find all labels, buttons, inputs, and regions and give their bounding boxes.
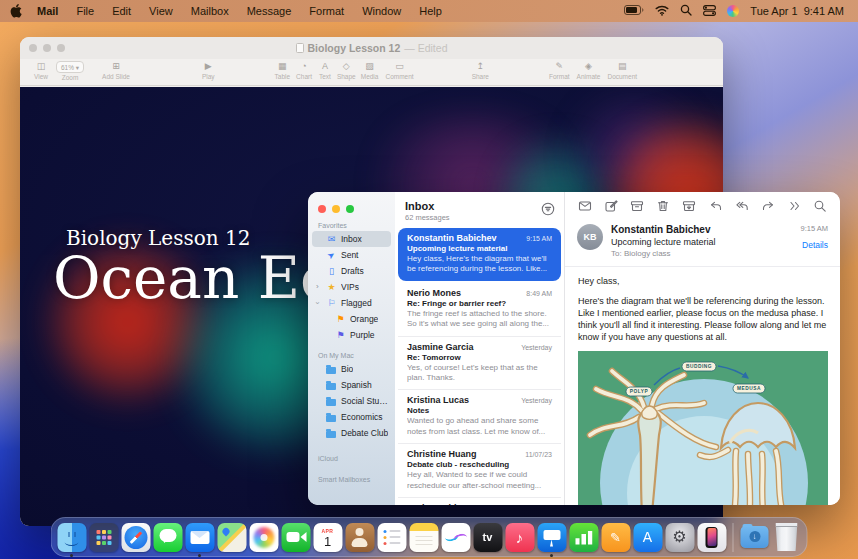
dock-contacts[interactable] — [345, 522, 375, 552]
sidebar-item-purple[interactable]: ⚑Purple — [312, 327, 391, 343]
sidebar-item-social-studies[interactable]: Social Studies — [312, 393, 391, 409]
dock-trash[interactable] — [772, 522, 802, 552]
dock-music[interactable]: ♪ — [505, 522, 535, 552]
details-link[interactable]: Details — [800, 240, 828, 250]
disclosure-closed-icon[interactable]: › — [316, 283, 319, 291]
menu-view[interactable]: View — [140, 0, 182, 22]
menu-message[interactable]: Message — [238, 0, 301, 22]
control-center-icon[interactable] — [703, 5, 716, 18]
menu-help[interactable]: Help — [410, 0, 451, 22]
email-row[interactable]: Darla Davidson11/05/23Tomorrow's classAs… — [398, 497, 561, 505]
email-row[interactable]: Christine Huang11/07/23Debate club - res… — [398, 443, 561, 497]
filter-icon[interactable] — [541, 202, 555, 220]
zoom-level-control[interactable]: 61% ▾ — [56, 61, 84, 73]
disclosure-open-icon[interactable]: › — [313, 302, 321, 305]
sidebar-item-inbox[interactable]: ✉Inbox — [312, 231, 391, 247]
dock-settings[interactable]: ⚙ — [665, 522, 695, 552]
keynote-titlebar[interactable]: Biology Lesson 12 — Edited — [20, 37, 723, 59]
forward-icon[interactable] — [761, 199, 775, 213]
email-row[interactable]: Nerio Mones8:49 AMRe: Fringe or barrier … — [398, 282, 561, 336]
junk-icon[interactable] — [682, 199, 696, 213]
dock-launchpad[interactable] — [89, 522, 119, 552]
keynote-toolbar-share[interactable]: ↥Share — [472, 61, 489, 80]
delete-icon[interactable] — [656, 199, 670, 213]
get-mail-icon[interactable] — [578, 199, 592, 213]
sidebar-item-bio[interactable]: Bio — [312, 361, 391, 377]
keynote-toolbar-table[interactable]: ▦Table — [275, 61, 291, 80]
menu-bar: MailFileEditViewMailboxMessageFormatWind… — [0, 0, 858, 22]
keynote-toolbar-view[interactable]: ◫View — [34, 61, 48, 80]
sidebar-item-orange[interactable]: ⚑Orange — [312, 311, 391, 327]
email-row[interactable]: Jasmine GarciaYesterdayRe: TomorrowYes, … — [398, 336, 561, 390]
sidebar-item-flagged[interactable]: ›⚐Flagged — [312, 295, 391, 311]
document-icon: ▤ — [618, 61, 627, 72]
archive-icon[interactable] — [630, 199, 644, 213]
sidebar-item-debate-club[interactable]: Debate Club — [312, 425, 391, 441]
keynote-toolbar-add-slide[interactable]: ⊞Add Slide — [102, 61, 130, 80]
sidebar-item-sent[interactable]: ➤Sent — [312, 247, 391, 263]
keynote-toolbar-document[interactable]: ▤Document — [607, 61, 637, 80]
keynote-minimize-button[interactable] — [43, 44, 51, 52]
dock-facetime[interactable] — [281, 522, 311, 552]
dock-numbers[interactable] — [569, 522, 599, 552]
email-row[interactable]: Kristina LucasYesterdayNotesWanted to go… — [398, 389, 561, 443]
dock-photos[interactable] — [249, 522, 279, 552]
apple-menu[interactable] — [10, 4, 22, 18]
menu-bar-clock[interactable]: Tue Apr 1 9:41 AM — [750, 5, 844, 17]
wifi-icon[interactable] — [655, 5, 669, 18]
dock-mail[interactable] — [185, 522, 215, 552]
dock-reminders[interactable] — [377, 522, 407, 552]
sidebar-item-spanish[interactable]: Spanish — [312, 377, 391, 393]
dock-downloads[interactable] — [740, 522, 770, 552]
reply-icon[interactable] — [709, 199, 723, 213]
keynote-close-button[interactable] — [29, 44, 37, 52]
dock-keynote[interactable] — [537, 522, 567, 552]
mail-minimize-button[interactable] — [332, 205, 340, 213]
dock-maps[interactable] — [217, 522, 247, 552]
dock-finder[interactable] — [57, 522, 87, 552]
dock-safari[interactable] — [121, 522, 151, 552]
dock-freeform[interactable] — [441, 522, 471, 552]
dock-calendar[interactable]: APR1 — [313, 522, 343, 552]
siri-icon[interactable] — [727, 5, 739, 17]
menu-mailbox[interactable]: Mailbox — [182, 0, 238, 22]
keynote-toolbar-zoom[interactable]: 61% ▾Zoom — [56, 61, 84, 81]
keynote-toolbar-animate[interactable]: ◈Animate — [577, 61, 601, 80]
dock-appstore[interactable]: A — [633, 522, 663, 552]
toolbar-label: Play — [202, 73, 215, 80]
keynote-zoom-button[interactable] — [57, 44, 65, 52]
message-count: 62 messages — [405, 213, 554, 222]
sidebar-item-economics[interactable]: Economics — [312, 409, 391, 425]
keynote-toolbar-format[interactable]: ✎Format — [549, 61, 570, 80]
dock-messages[interactable] — [153, 522, 183, 552]
menu-window[interactable]: Window — [353, 0, 410, 22]
more-icon[interactable] — [787, 199, 801, 213]
toolbar-label: Shape — [337, 73, 356, 80]
keynote-toolbar-media[interactable]: ▨Media — [361, 61, 379, 80]
battery-icon[interactable] — [624, 5, 644, 17]
dock-notes[interactable] — [409, 522, 439, 552]
search-icon[interactable] — [680, 4, 692, 18]
reply-all-icon[interactable] — [735, 199, 749, 213]
menu-mail[interactable]: Mail — [28, 0, 67, 22]
mail-zoom-button[interactable] — [346, 205, 354, 213]
keynote-toolbar-play[interactable]: ▶Play — [202, 61, 215, 80]
keynote-toolbar-comment[interactable]: ▭Comment — [385, 61, 413, 80]
view-icon: ◫ — [37, 61, 46, 72]
dock-iphone[interactable] — [697, 522, 727, 552]
email-row[interactable]: Konstantin Babichev9:15 AMUpcoming lectu… — [398, 228, 561, 281]
search-mail-icon[interactable] — [813, 199, 827, 213]
menu-edit[interactable]: Edit — [103, 0, 140, 22]
keynote-toolbar-shape[interactable]: ◇Shape — [337, 61, 356, 80]
mail-close-button[interactable] — [318, 205, 326, 213]
sidebar-item-drafts[interactable]: ▯Drafts — [312, 263, 391, 279]
message-meta: 9:15 AM Details — [800, 224, 828, 258]
dock-pages[interactable]: ✎ — [601, 522, 631, 552]
menu-format[interactable]: Format — [300, 0, 353, 22]
menu-file[interactable]: File — [67, 0, 103, 22]
keynote-toolbar-text[interactable]: AText — [319, 61, 331, 80]
compose-icon[interactable] — [604, 199, 618, 213]
keynote-toolbar-chart[interactable]: ◔Chart — [296, 61, 312, 80]
dock-tv[interactable]: tv — [473, 522, 503, 552]
sidebar-item-vips[interactable]: ›★VIPs — [312, 279, 391, 295]
